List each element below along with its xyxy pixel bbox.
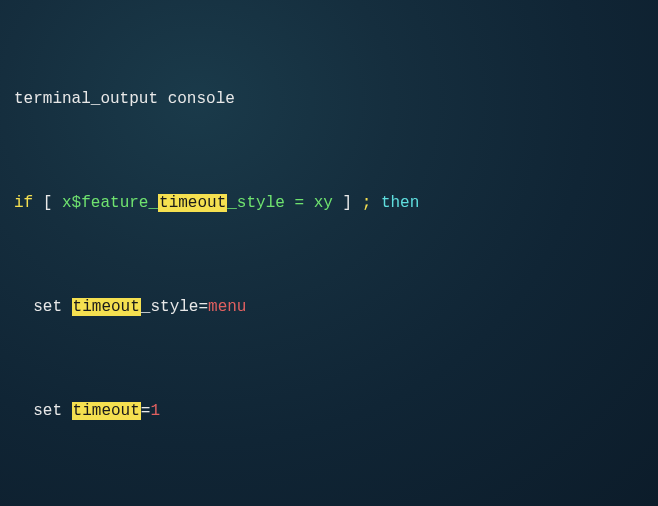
search-highlight: timeout: [72, 298, 141, 316]
value: menu: [208, 298, 246, 316]
code-line: if [ x$feature_timeout_style = xy ] ; th…: [14, 190, 644, 216]
text: set: [14, 298, 72, 316]
code-line: set timeout_style=menu: [14, 294, 644, 320]
search-highlight: timeout: [72, 402, 141, 420]
keyword-then: then: [371, 194, 419, 212]
text: x$feature_: [62, 194, 158, 212]
text: ;: [362, 194, 372, 212]
keyword-if: if: [14, 194, 33, 212]
text: _style = xy: [227, 194, 333, 212]
code-line: terminal_output console: [14, 86, 644, 112]
text: ]: [333, 194, 362, 212]
search-highlight: timeout: [158, 194, 227, 212]
value: 1: [150, 402, 160, 420]
text: =: [141, 402, 151, 420]
text: _style=: [141, 298, 208, 316]
terminal-editor[interactable]: terminal_output console if [ x$feature_t…: [0, 0, 658, 506]
text: [: [33, 194, 62, 212]
text: terminal_output console: [14, 90, 235, 108]
text: set: [14, 402, 72, 420]
code-line: set timeout=1: [14, 398, 644, 424]
comment-line: # Fallback normal timeout code in case t…: [14, 502, 644, 506]
